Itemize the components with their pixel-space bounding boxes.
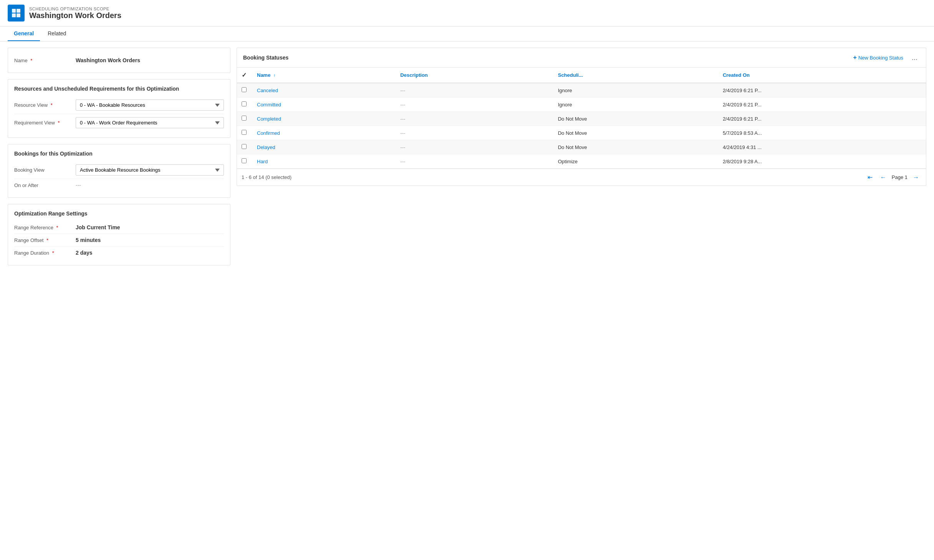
row-check-cell[interactable]	[237, 98, 252, 112]
pagination-controls: ⇤ ← Page 1 →	[865, 173, 921, 182]
description-column-header[interactable]: Description	[396, 68, 553, 83]
bookings-title: Bookings for this Optimization	[14, 151, 224, 157]
range-duration-field: Range Duration * 2 days	[14, 247, 224, 259]
plus-icon: +	[853, 54, 857, 61]
row-checkbox[interactable]	[242, 158, 247, 163]
prev-page-button[interactable]: ←	[878, 173, 889, 182]
range-offset-field: Range Offset * 5 minutes	[14, 234, 224, 247]
range-duration-label: Range Duration *	[14, 250, 76, 256]
prev-page-icon: ←	[880, 174, 886, 181]
booking-statuses-table-wrapper: ✓ Name ↑ Description Scheduli...	[237, 68, 926, 169]
row-description-cell: ---	[396, 126, 553, 140]
row-name-cell[interactable]: Confirmed	[252, 126, 396, 140]
bookings-card: Bookings for this Optimization Booking V…	[8, 144, 230, 198]
row-name-cell[interactable]: Hard	[252, 154, 396, 169]
booking-statuses-table: ✓ Name ↑ Description Scheduli...	[237, 68, 926, 169]
row-check-cell[interactable]	[237, 112, 252, 126]
row-checkbox[interactable]	[242, 87, 247, 92]
table-footer: 1 - 6 of 14 (0 selected) ⇤ ← Page 1 →	[237, 169, 926, 186]
row-name-link[interactable]: Committed	[257, 102, 281, 108]
table-row: Hard --- Optimize 2/8/2019 9:28 A...	[237, 154, 926, 169]
range-duration-star: *	[52, 250, 54, 256]
check-column-header[interactable]: ✓	[237, 68, 252, 83]
name-value: Washington Work Orders	[76, 57, 224, 63]
row-scheduling-cell: Ignore	[553, 83, 718, 98]
row-created-on-cell: 4/24/2019 4:31 ...	[718, 140, 926, 154]
row-description-cell: ---	[396, 98, 553, 112]
table-row: Completed --- Do Not Move 2/4/2019 6:21 …	[237, 112, 926, 126]
row-checkbox[interactable]	[242, 101, 247, 106]
row-created-on-cell: 2/4/2019 6:21 P...	[718, 98, 926, 112]
right-panel: Booking Statuses + New Booking Status ..…	[237, 48, 926, 265]
range-reference-label: Range Reference *	[14, 225, 76, 230]
check-all-icon: ✓	[242, 72, 247, 78]
row-check-cell[interactable]	[237, 126, 252, 140]
range-offset-star: *	[46, 237, 48, 243]
row-check-cell[interactable]	[237, 140, 252, 154]
resources-title: Resources and Unscheduled Requirements f…	[14, 86, 224, 92]
row-checkbox[interactable]	[242, 130, 247, 135]
row-created-on-cell: 5/7/2019 8:53 A...	[718, 126, 926, 140]
requirement-view-select[interactable]: 0 - WA - Work Order Requirements	[76, 117, 224, 128]
tab-general[interactable]: General	[8, 27, 40, 41]
row-created-on-cell: 2/8/2019 9:28 A...	[718, 154, 926, 169]
row-check-cell[interactable]	[237, 154, 252, 169]
scheduling-column-header[interactable]: Scheduli...	[553, 68, 718, 83]
row-name-link[interactable]: Completed	[257, 116, 281, 122]
booking-view-label: Booking View	[14, 167, 76, 173]
row-scheduling-cell: Do Not Move	[553, 112, 718, 126]
requirement-view-label: Requirement View *	[14, 120, 76, 126]
row-checkbox[interactable]	[242, 116, 247, 121]
on-or-after-field: On or After ---	[14, 179, 224, 191]
first-page-button[interactable]: ⇤	[865, 173, 875, 182]
row-name-cell[interactable]: Completed	[252, 112, 396, 126]
resource-view-select[interactable]: 0 - WA - Bookable Resources	[76, 99, 224, 111]
row-name-cell[interactable]: Canceled	[252, 83, 396, 98]
created-on-column-header[interactable]: Created On	[718, 68, 926, 83]
table-row: Canceled --- Ignore 2/4/2019 6:21 P...	[237, 83, 926, 98]
row-scheduling-cell: Do Not Move	[553, 126, 718, 140]
next-page-button[interactable]: →	[911, 173, 921, 182]
range-reference-value: Job Current Time	[76, 224, 224, 230]
new-booking-status-button[interactable]: + New Booking Status	[850, 53, 906, 63]
tabs-bar: General Related	[0, 27, 934, 41]
row-scheduling-cell: Ignore	[553, 98, 718, 112]
name-label: Name *	[14, 58, 76, 63]
row-name-link[interactable]: Confirmed	[257, 130, 280, 136]
row-created-on-cell: 2/4/2019 6:21 P...	[718, 83, 926, 98]
row-checkbox[interactable]	[242, 144, 247, 149]
row-name-cell[interactable]: Delayed	[252, 140, 396, 154]
row-description-cell: ---	[396, 154, 553, 169]
svg-rect-3	[17, 13, 20, 17]
booking-statuses-title: Booking Statuses	[243, 55, 850, 61]
booking-view-field: Booking View Active Bookable Resource Bo…	[14, 161, 224, 179]
optimization-title: Optimization Range Settings	[14, 210, 224, 217]
row-name-link[interactable]: Canceled	[257, 88, 278, 93]
row-description-cell: ---	[396, 83, 553, 98]
more-options-button[interactable]: ...	[909, 53, 920, 63]
table-header-row: ✓ Name ↑ Description Scheduli...	[237, 68, 926, 83]
tab-related[interactable]: Related	[41, 27, 72, 41]
row-name-link[interactable]: Delayed	[257, 144, 275, 150]
table-row: Confirmed --- Do Not Move 5/7/2019 8:53 …	[237, 126, 926, 140]
row-check-cell[interactable]	[237, 83, 252, 98]
row-name-link[interactable]: Hard	[257, 159, 268, 164]
range-reference-star: *	[56, 225, 58, 230]
name-field: Name * Washington Work Orders	[14, 54, 224, 66]
row-scheduling-cell: Optimize	[553, 154, 718, 169]
on-or-after-value: ---	[76, 182, 81, 188]
resource-view-label: Resource View *	[14, 102, 76, 108]
pagination-summary: 1 - 6 of 14 (0 selected)	[242, 174, 865, 180]
booking-view-select[interactable]: Active Bookable Resource Bookings	[76, 164, 224, 176]
left-panel: Name * Washington Work Orders Resources …	[8, 48, 230, 265]
header-text: SCHEDULING OPTIMIZATION SCOPE Washington…	[29, 7, 121, 20]
row-name-cell[interactable]: Committed	[252, 98, 396, 112]
first-page-icon: ⇤	[868, 174, 873, 181]
booking-statuses-header: Booking Statuses + New Booking Status ..…	[237, 48, 926, 68]
requirement-view-field: Requirement View * 0 - WA - Work Order R…	[14, 114, 224, 131]
range-offset-value: 5 minutes	[76, 237, 224, 243]
row-created-on-cell: 2/4/2019 6:21 P...	[718, 112, 926, 126]
row-description-cell: ---	[396, 112, 553, 126]
row-description-cell: ---	[396, 140, 553, 154]
name-column-header[interactable]: Name ↑	[252, 68, 396, 83]
